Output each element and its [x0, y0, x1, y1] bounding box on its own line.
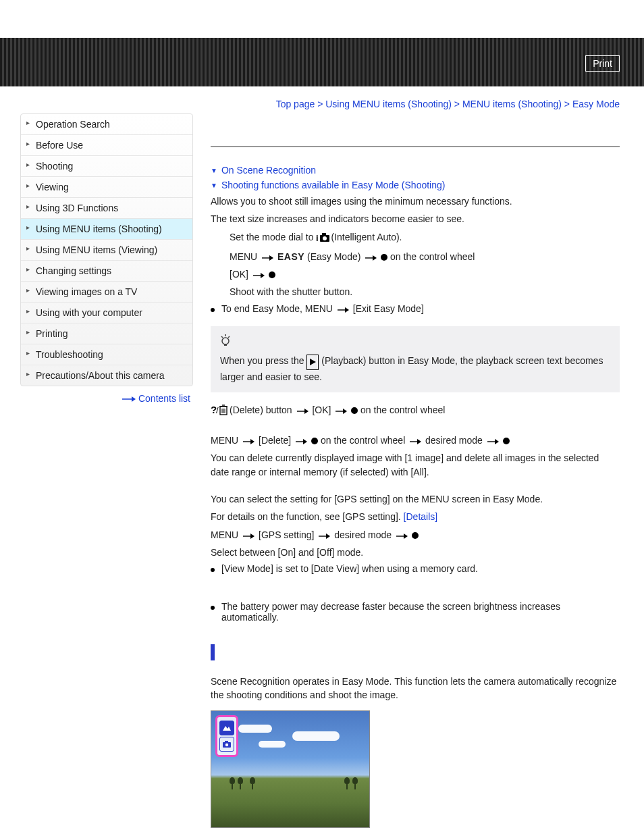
center-button-icon	[503, 438, 510, 444]
step-3: [OK]	[230, 267, 620, 281]
bullet-icon	[211, 308, 215, 312]
arrow-icon	[408, 434, 423, 447]
sidebar-item[interactable]: Using MENU items (Viewing)	[21, 239, 192, 260]
step-4-bullet: To end Easy Mode, MENU [Exit Easy Mode]	[211, 303, 620, 314]
camera-icon	[219, 737, 234, 752]
arrow-icon	[363, 250, 378, 263]
arrow-icon	[295, 403, 310, 417]
svg-marker-11	[261, 273, 265, 278]
details-link[interactable]: [Details]	[404, 511, 438, 522]
step-1: Set the mode dial to i(Intelligent Auto)…	[230, 230, 620, 246]
arrow-icon	[241, 528, 256, 542]
gps-p1: You can select the setting for [GPS sett…	[211, 492, 620, 506]
arrow-icon	[333, 403, 348, 417]
svg-marker-29	[304, 409, 308, 414]
hint-text: When you press the (Playback) button in …	[220, 354, 610, 384]
arrow-icon	[485, 434, 500, 447]
sidebar: Operation SearchBefore UseShootingViewin…	[20, 113, 193, 386]
svg-marker-45	[404, 533, 408, 539]
sidebar-item[interactable]: Viewing	[21, 176, 192, 197]
svg-text:/: /	[216, 405, 219, 415]
svg-rect-4	[322, 233, 326, 236]
question-delete-icon: ?/	[211, 405, 228, 419]
arrow-icon	[251, 267, 266, 281]
delete-line-1: ?/(Delete) button [OK] on the control wh…	[211, 403, 620, 419]
svg-rect-48	[225, 741, 228, 743]
arrow-icon	[241, 434, 256, 447]
svg-marker-7	[269, 255, 273, 261]
svg-text:i: i	[316, 233, 319, 242]
center-button-icon	[269, 271, 275, 278]
contents-list-link[interactable]: Contents list	[138, 393, 190, 404]
crumb-top[interactable]: Top page	[276, 99, 315, 109]
svg-marker-1	[132, 396, 136, 402]
gps-p3: MENU [GPS setting] desired mode	[211, 528, 620, 542]
svg-point-5	[323, 236, 327, 240]
breadcrumb: Top page > Using MENU items (Shooting) >…	[0, 86, 644, 109]
crumb-l1[interactable]: Using MENU items (Shooting)	[325, 99, 452, 109]
scene-desc: Scene Recognition operates in Easy Mode.…	[211, 675, 620, 702]
svg-rect-15	[224, 344, 227, 346]
scene-indicator-overlay	[215, 715, 238, 757]
svg-marker-31	[343, 409, 347, 414]
main-content: On Scene Recognition Shooting functions …	[193, 109, 620, 834]
sidebar-item[interactable]: Troubleshooting	[21, 344, 192, 365]
arrow-right-icon	[122, 393, 136, 404]
gps-p4: Select between [On] and [Off] mode.	[211, 546, 620, 559]
sidebar-item[interactable]: Shooting	[21, 155, 192, 176]
sample-image	[211, 710, 370, 828]
easy-icon: EASY	[277, 251, 304, 262]
svg-marker-39	[495, 439, 499, 444]
divider	[211, 146, 620, 147]
arrow-icon	[294, 434, 308, 447]
sidebar-item[interactable]: Printing	[21, 323, 192, 344]
svg-point-49	[225, 744, 228, 746]
svg-marker-9	[373, 255, 377, 261]
crumb-l3[interactable]: Easy Mode	[572, 99, 620, 109]
sidebar-item[interactable]: Operation Search	[21, 114, 192, 134]
delete-line-2: MENU [Delete] on the control wheel desir…	[211, 434, 620, 447]
playback-icon	[306, 355, 319, 370]
gps-bullet: [View Mode] is set to [Date View] when u…	[211, 563, 620, 574]
svg-marker-41	[250, 533, 254, 539]
bullet-icon	[211, 568, 215, 572]
sidebar-item[interactable]: Viewing images on a TV	[21, 281, 192, 302]
center-button-icon	[311, 438, 318, 444]
delete-desc: You can delete currently displayed image…	[211, 451, 620, 479]
svg-marker-13	[345, 307, 349, 313]
svg-marker-37	[417, 439, 421, 444]
svg-marker-35	[303, 439, 307, 444]
step-2: MENU EASY (Easy Mode) on the control whe…	[230, 250, 620, 263]
sidebar-col: Operation SearchBefore UseShootingViewin…	[20, 109, 193, 404]
section-marker	[211, 644, 215, 660]
svg-marker-19	[310, 359, 316, 365]
svg-marker-43	[326, 533, 330, 539]
svg-line-18	[228, 336, 230, 338]
intro-text-1: Allows you to shoot still images using t…	[211, 194, 620, 208]
sidebar-item[interactable]: Changing settings	[21, 260, 192, 281]
arrow-icon	[260, 250, 275, 263]
intro-text-2: The text size increases and indicators b…	[211, 212, 620, 226]
arrow-icon	[317, 528, 331, 542]
print-button[interactable]: Print	[585, 55, 620, 72]
landscape-icon	[219, 721, 234, 735]
intelligent-auto-icon: i	[316, 232, 331, 246]
center-button-icon	[412, 532, 419, 539]
sidebar-item[interactable]: Using with your computer	[21, 302, 192, 323]
svg-line-17	[221, 336, 223, 338]
sidebar-item[interactable]: Using 3D Functions	[21, 197, 192, 218]
anchor-shooting-functions[interactable]: Shooting functions available in Easy Mod…	[211, 180, 620, 190]
hint-icon	[220, 334, 610, 348]
center-button-icon	[351, 407, 358, 414]
svg-marker-33	[250, 439, 254, 444]
sidebar-item[interactable]: Using MENU items (Shooting)	[21, 218, 192, 239]
crumb-l2[interactable]: MENU items (Shooting)	[462, 99, 562, 109]
contents-list-row: Contents list	[20, 386, 193, 404]
sidebar-item[interactable]: Precautions/About this camera	[21, 365, 192, 386]
anchor-scene-recognition[interactable]: On Scene Recognition	[211, 165, 620, 176]
gps-p2: For details on the function, see [GPS se…	[211, 510, 620, 523]
hint-box: When you press the (Playback) button in …	[211, 326, 620, 392]
bullet-icon	[211, 606, 215, 610]
svg-point-14	[222, 338, 229, 344]
sidebar-item[interactable]: Before Use	[21, 134, 192, 155]
